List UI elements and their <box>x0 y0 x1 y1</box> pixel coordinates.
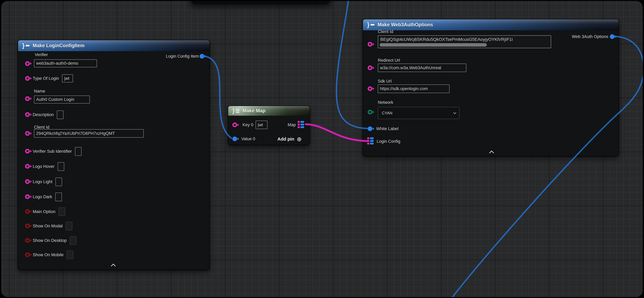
logo-light-input[interactable] <box>56 178 62 186</box>
pin-label-login-config: Login Config <box>377 139 400 144</box>
pin-type-of-login[interactable] <box>25 76 30 81</box>
pin-label-verifier: Verifier <box>35 52 48 57</box>
pin-label-network: Network <box>378 100 393 105</box>
collapse-chevron-icon[interactable] <box>489 150 494 155</box>
node-header[interactable]: } Make Web3AuthOptions <box>363 19 618 30</box>
sdk-url-input[interactable] <box>378 84 450 93</box>
add-pin-button[interactable]: Add pin⊕ <box>278 136 302 142</box>
pin-white-label[interactable] <box>368 126 372 131</box>
logo-hover-input[interactable] <box>58 162 64 171</box>
pin-login-config[interactable] <box>367 137 374 144</box>
verifier-input[interactable] <box>34 60 97 67</box>
redirect-url-input[interactable] <box>378 64 466 72</box>
pin-label-logo-light: Logo Light <box>33 180 52 184</box>
node-make-map[interactable]: } Make Map Key 0 Map Value 0 Add pin⊕ <box>228 106 310 145</box>
show-on-desktop-checkbox[interactable] <box>70 236 76 245</box>
pin-logo-hover[interactable] <box>25 164 30 169</box>
pin-sdk-url[interactable] <box>368 86 372 91</box>
pin-key-0[interactable] <box>232 122 237 127</box>
pin-label-show-on-mobile: Show On Mobile <box>33 252 64 257</box>
key-0-input[interactable] <box>256 121 268 129</box>
name-input[interactable] <box>34 96 90 104</box>
output-pin-label: Login Config Item <box>166 54 199 59</box>
make-struct-icon: } <box>367 24 374 26</box>
client-id-value: BEglQSgt4cUWcj6SKRdu5QkOXTsePmMcusG5EAoy… <box>380 37 550 42</box>
pin-label-verifier-sub-identifier: Verifier Sub Identifier <box>33 149 72 154</box>
wire-map-to-loginconfig-glow <box>306 124 368 141</box>
blueprint-graph-canvas[interactable]: } Make LoginConfigItem Login Config Item… <box>1 1 643 297</box>
client-id-input[interactable] <box>34 129 144 138</box>
node-header[interactable]: } Make LoginConfigItem <box>18 40 210 52</box>
chevron-down-icon <box>453 111 456 114</box>
output-pin-label: Map <box>288 122 296 127</box>
output-pin-web3auth-options[interactable] <box>610 34 614 39</box>
offscreen-node-edge <box>191 1 330 4</box>
pin-client-id[interactable] <box>368 42 372 46</box>
logo-dark-input[interactable] <box>55 193 62 201</box>
verifier-sub-identifier-input[interactable] <box>75 147 82 156</box>
pin-label-main-option: Main Option <box>33 209 56 214</box>
pin-verifier-sub-identifier[interactable] <box>25 149 30 154</box>
pin-label-logo-dark: Logo Dark <box>33 194 52 199</box>
wire-map-to-loginconfig[interactable] <box>306 124 368 141</box>
network-selected-value: CYAN <box>382 111 392 115</box>
pin-show-on-desktop[interactable] <box>25 238 30 243</box>
client-id-input[interactable]: BEglQSgt4cUWcj6SKRdu5QkOXTsePmMcusG5EAoy… <box>378 36 551 48</box>
pin-value-0[interactable] <box>232 136 237 141</box>
pin-label-description: Description <box>33 112 54 117</box>
pin-client-id[interactable] <box>25 131 30 136</box>
pin-label-sdk-url: Sdk Url <box>378 79 392 84</box>
node-title: Make Web3AuthOptions <box>378 22 433 28</box>
client-id-scrollbar[interactable] <box>380 43 487 46</box>
output-pin-map[interactable] <box>298 121 304 128</box>
pin-description[interactable] <box>25 112 30 117</box>
node-make-login-config-item[interactable]: } Make LoginConfigItem Login Config Item… <box>18 40 210 270</box>
pin-label-client-id: Client Id <box>34 125 50 130</box>
pin-label-type-of-login: Type Of Login <box>33 76 59 81</box>
pin-label-name: Name <box>34 89 45 94</box>
make-map-icon: } <box>232 109 240 113</box>
type-of-login-input[interactable] <box>62 74 73 82</box>
pin-label-logo-hover: Logo Hover <box>33 164 54 169</box>
pin-logo-dark[interactable] <box>25 194 30 199</box>
pin-redirect-url[interactable] <box>368 66 372 70</box>
pin-show-on-mobile[interactable] <box>25 252 30 257</box>
pin-show-on-modal[interactable] <box>25 224 30 228</box>
pin-label-redirect-url: Redirect Url <box>378 58 400 63</box>
pin-label-white-label: White Label <box>376 126 398 131</box>
pin-label-client-id: Client Id <box>378 29 393 34</box>
pin-name[interactable] <box>25 96 30 101</box>
main-option-checkbox[interactable] <box>58 208 65 216</box>
network-dropdown[interactable]: CYAN <box>378 107 460 119</box>
description-input[interactable] <box>57 110 64 119</box>
pin-label-value-0: Value 0 <box>241 136 255 141</box>
node-title: Make LoginConfigItem <box>33 43 84 48</box>
pin-label-key-0: Key 0 <box>242 122 253 127</box>
make-struct-icon: } <box>22 45 30 46</box>
output-pin-label: Web 3Auth Options <box>572 34 608 39</box>
node-title: Make Map <box>242 108 266 114</box>
node-make-web3auth-options[interactable]: } Make Web3AuthOptions Web 3Auth Options… <box>363 19 619 156</box>
output-pin-login-config-item[interactable] <box>200 54 204 58</box>
collapse-chevron-icon[interactable] <box>111 264 116 268</box>
show-on-modal-checkbox[interactable] <box>66 222 72 230</box>
node-header[interactable]: } Make Map <box>228 106 310 116</box>
show-on-mobile-checkbox[interactable] <box>67 250 73 259</box>
pin-label-show-on-desktop: Show On Desktop <box>33 238 67 243</box>
pin-network[interactable] <box>368 110 372 114</box>
pin-verifier[interactable] <box>25 61 30 66</box>
pin-logo-light[interactable] <box>25 179 30 184</box>
pin-main-option[interactable] <box>25 209 30 214</box>
pin-label-show-on-modal: Show On Modal <box>33 224 63 228</box>
